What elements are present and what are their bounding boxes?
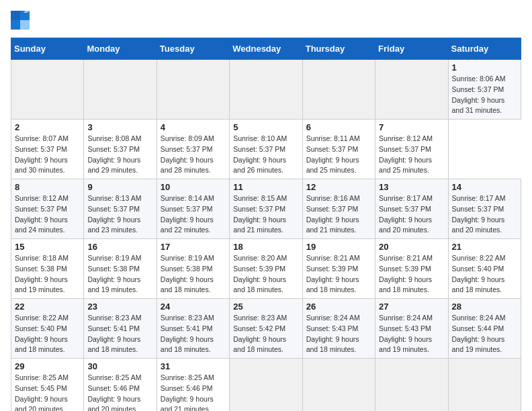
day-number: 10: [161, 182, 226, 192]
day-cell: 11Sunrise: 8:15 AMSunset: 5:37 PMDayligh…: [230, 179, 302, 239]
logo: [11, 11, 32, 30]
day-cell: 29Sunrise: 8:25 AMSunset: 5:45 PMDayligh…: [11, 359, 84, 412]
day-detail: Sunrise: 8:19 AMSunset: 5:38 PMDaylight:…: [87, 253, 152, 295]
day-detail: Sunrise: 8:08 AMSunset: 5:37 PMDaylight:…: [87, 134, 152, 176]
day-detail: Sunrise: 8:25 AMSunset: 5:45 PMDaylight:…: [15, 373, 80, 411]
day-detail: Sunrise: 8:21 AMSunset: 5:39 PMDaylight:…: [306, 253, 371, 295]
empty-cell: [375, 359, 448, 412]
calendar-header: SundayMondayTuesdayWednesdayThursdayFrid…: [11, 38, 521, 60]
calendar-row: 15Sunrise: 8:18 AMSunset: 5:38 PMDayligh…: [11, 239, 521, 299]
day-detail: Sunrise: 8:14 AMSunset: 5:37 PMDaylight:…: [161, 193, 226, 236]
header-day: Sunday: [11, 38, 84, 60]
empty-cell: [157, 60, 229, 120]
calendar-table: SundayMondayTuesdayWednesdayThursdayFrid…: [11, 38, 521, 411]
day-cell: 12Sunrise: 8:16 AMSunset: 5:37 PMDayligh…: [302, 179, 375, 239]
day-detail: Sunrise: 8:19 AMSunset: 5:38 PMDaylight:…: [161, 253, 226, 295]
day-detail: Sunrise: 8:20 AMSunset: 5:39 PMDaylight:…: [233, 253, 298, 295]
day-detail: Sunrise: 8:23 AMSunset: 5:41 PMDaylight:…: [161, 313, 226, 355]
day-cell: 15Sunrise: 8:18 AMSunset: 5:38 PMDayligh…: [11, 239, 84, 299]
day-detail: Sunrise: 8:07 AMSunset: 5:37 PMDaylight:…: [15, 134, 80, 176]
empty-cell: [230, 60, 302, 120]
empty-cell: [84, 60, 157, 120]
day-detail: Sunrise: 8:22 AMSunset: 5:40 PMDaylight:…: [452, 253, 517, 295]
day-number: 8: [15, 182, 80, 192]
day-detail: Sunrise: 8:21 AMSunset: 5:39 PMDaylight:…: [379, 253, 444, 295]
day-number: 7: [379, 122, 444, 132]
day-cell: 10Sunrise: 8:14 AMSunset: 5:37 PMDayligh…: [157, 179, 229, 239]
empty-cell: [302, 60, 375, 120]
day-number: 1: [452, 62, 517, 73]
day-detail: Sunrise: 8:24 AMSunset: 5:43 PMDaylight:…: [306, 313, 371, 355]
day-detail: Sunrise: 8:25 AMSunset: 5:46 PMDaylight:…: [87, 373, 152, 411]
day-cell: 7Sunrise: 8:12 AMSunset: 5:37 PMDaylight…: [375, 120, 448, 179]
header-day: Saturday: [448, 38, 521, 60]
day-cell: 3Sunrise: 8:08 AMSunset: 5:37 PMDaylight…: [84, 120, 157, 179]
day-cell: 30Sunrise: 8:25 AMSunset: 5:46 PMDayligh…: [84, 359, 157, 412]
day-number: 3: [87, 122, 152, 132]
day-number: 2: [15, 122, 80, 132]
day-number: 18: [233, 242, 298, 252]
day-number: 13: [379, 182, 444, 192]
day-cell: 6Sunrise: 8:11 AMSunset: 5:37 PMDaylight…: [302, 120, 375, 179]
svg-rect-2: [11, 20, 20, 30]
day-detail: Sunrise: 8:17 AMSunset: 5:37 PMDaylight:…: [379, 193, 444, 236]
day-number: 25: [233, 302, 298, 312]
calendar-row: 2Sunrise: 8:07 AMSunset: 5:37 PMDaylight…: [11, 120, 521, 179]
day-number: 31: [161, 361, 226, 371]
day-cell: 5Sunrise: 8:10 AMSunset: 5:37 PMDaylight…: [230, 120, 302, 179]
day-number: 15: [15, 242, 80, 252]
day-cell: 8Sunrise: 8:12 AMSunset: 5:37 PMDaylight…: [11, 179, 84, 239]
day-detail: Sunrise: 8:17 AMSunset: 5:37 PMDaylight:…: [452, 193, 517, 236]
day-number: 28: [452, 302, 517, 312]
day-detail: Sunrise: 8:13 AMSunset: 5:37 PMDaylight:…: [87, 193, 152, 236]
day-number: 23: [87, 302, 152, 312]
day-number: 20: [379, 242, 444, 252]
day-cell: 19Sunrise: 8:21 AMSunset: 5:39 PMDayligh…: [302, 239, 375, 299]
day-number: 30: [87, 361, 152, 371]
day-cell: 27Sunrise: 8:24 AMSunset: 5:43 PMDayligh…: [375, 299, 448, 359]
header-day: Wednesday: [230, 38, 302, 60]
day-cell: 22Sunrise: 8:22 AMSunset: 5:40 PMDayligh…: [11, 299, 84, 359]
day-detail: Sunrise: 8:12 AMSunset: 5:37 PMDaylight:…: [15, 193, 80, 236]
day-number: 16: [87, 242, 152, 252]
day-cell: 14Sunrise: 8:17 AMSunset: 5:37 PMDayligh…: [448, 179, 521, 239]
header-day: Monday: [84, 38, 157, 60]
header-day: Thursday: [302, 38, 375, 60]
empty-cell: [302, 359, 375, 412]
calendar-body: 1Sunrise: 8:06 AMSunset: 5:37 PMDaylight…: [11, 60, 521, 412]
header-day: Tuesday: [157, 38, 229, 60]
empty-cell: [230, 359, 302, 412]
empty-cell: [11, 60, 84, 120]
day-number: 27: [379, 302, 444, 312]
day-number: 11: [233, 182, 298, 192]
day-cell: 20Sunrise: 8:21 AMSunset: 5:39 PMDayligh…: [375, 239, 448, 299]
day-detail: Sunrise: 8:09 AMSunset: 5:37 PMDaylight:…: [161, 134, 226, 176]
calendar-row: 29Sunrise: 8:25 AMSunset: 5:45 PMDayligh…: [11, 359, 521, 412]
day-cell: 4Sunrise: 8:09 AMSunset: 5:37 PMDaylight…: [157, 120, 229, 179]
day-number: 4: [161, 122, 226, 132]
svg-rect-3: [20, 20, 30, 30]
empty-cell: [375, 60, 448, 120]
day-number: 21: [452, 242, 517, 252]
day-detail: Sunrise: 8:12 AMSunset: 5:37 PMDaylight:…: [379, 134, 444, 176]
header-row: SundayMondayTuesdayWednesdayThursdayFrid…: [11, 38, 521, 60]
day-detail: Sunrise: 8:06 AMSunset: 5:37 PMDaylight:…: [452, 74, 517, 116]
day-detail: Sunrise: 8:23 AMSunset: 5:42 PMDaylight:…: [233, 313, 298, 355]
header: [11, 11, 521, 30]
day-cell: 1Sunrise: 8:06 AMSunset: 5:37 PMDaylight…: [448, 60, 521, 120]
day-cell: 24Sunrise: 8:23 AMSunset: 5:41 PMDayligh…: [157, 299, 229, 359]
day-detail: Sunrise: 8:11 AMSunset: 5:37 PMDaylight:…: [306, 134, 371, 176]
day-detail: Sunrise: 8:24 AMSunset: 5:44 PMDaylight:…: [452, 313, 517, 355]
day-number: 19: [306, 242, 371, 252]
logo-icon: [11, 11, 30, 30]
day-cell: 9Sunrise: 8:13 AMSunset: 5:37 PMDaylight…: [84, 179, 157, 239]
day-cell: 26Sunrise: 8:24 AMSunset: 5:43 PMDayligh…: [302, 299, 375, 359]
day-number: 12: [306, 182, 371, 192]
day-cell: 17Sunrise: 8:19 AMSunset: 5:38 PMDayligh…: [157, 239, 229, 299]
day-number: 9: [87, 182, 152, 192]
day-detail: Sunrise: 8:10 AMSunset: 5:37 PMDaylight:…: [233, 134, 298, 176]
day-number: 14: [452, 182, 517, 192]
day-cell: 23Sunrise: 8:23 AMSunset: 5:41 PMDayligh…: [84, 299, 157, 359]
day-detail: Sunrise: 8:23 AMSunset: 5:41 PMDaylight:…: [87, 313, 152, 355]
day-cell: 25Sunrise: 8:23 AMSunset: 5:42 PMDayligh…: [230, 299, 302, 359]
